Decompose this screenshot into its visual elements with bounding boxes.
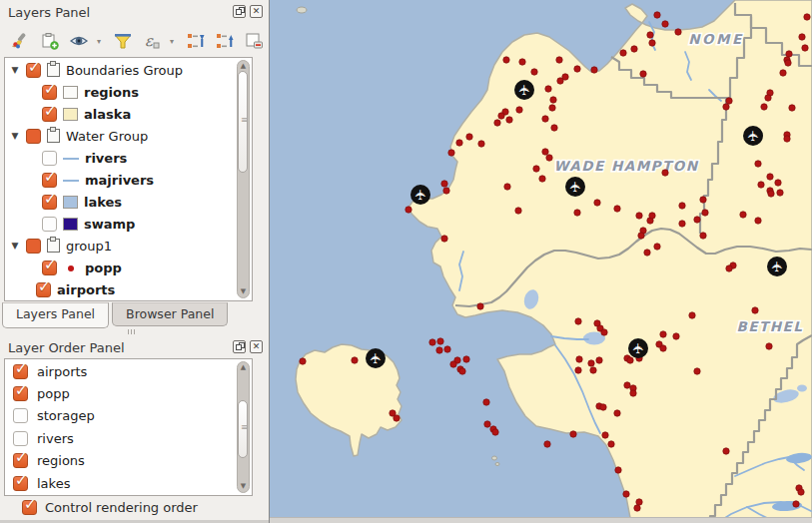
- order-visibility-checkbox[interactable]: [13, 364, 28, 379]
- scrollbar-thumb[interactable]: [238, 400, 248, 458]
- layer-label: Water Group: [66, 129, 148, 144]
- order-item-label: lakes: [37, 476, 70, 491]
- add-group-icon[interactable]: [39, 30, 61, 52]
- popp-point: [484, 421, 490, 427]
- popp-point: [556, 57, 562, 63]
- order-visibility-checkbox[interactable]: [13, 476, 28, 491]
- close-panel-icon[interactable]: ✕: [250, 340, 263, 353]
- tree-layer-alaska[interactable]: alaska: [5, 103, 252, 125]
- collapse-all-icon[interactable]: [185, 30, 207, 52]
- popp-point: [477, 303, 483, 309]
- layer-visibility-checkbox[interactable]: [42, 173, 57, 188]
- popp-point: [456, 140, 462, 146]
- tree-layer-airports[interactable]: airports: [5, 278, 252, 300]
- group-icon: [47, 63, 60, 77]
- order-item-regions[interactable]: regions: [5, 450, 252, 472]
- order-item-lakes[interactable]: lakes: [5, 472, 252, 494]
- popp-point: [588, 360, 594, 366]
- popp-point: [557, 78, 563, 84]
- expand-arrow-icon[interactable]: ▼: [10, 241, 20, 251]
- tree-layer-popp[interactable]: popp: [5, 257, 252, 278]
- popp-point: [575, 367, 581, 373]
- layer-order-scrollbar[interactable]: ▲ ▼: [237, 361, 250, 493]
- layer-visibility-checkbox[interactable]: [42, 261, 57, 275]
- scroll-down-icon[interactable]: ▼: [238, 482, 249, 491]
- region-label: NOME: [688, 31, 743, 47]
- popp-point: [649, 213, 655, 219]
- tree-group-water-group[interactable]: ▼Water Group: [5, 125, 252, 147]
- layer-visibility-checkbox[interactable]: [42, 85, 57, 100]
- tree-layer-lakes[interactable]: lakes: [5, 191, 252, 213]
- airplane-icon: ✈: [412, 189, 428, 201]
- popp-point: [463, 356, 469, 362]
- filter-expression-icon[interactable]: ε: [141, 30, 163, 52]
- popp-point: [627, 357, 633, 363]
- expression-dropdown-caret-icon[interactable]: ▾: [170, 37, 178, 46]
- popp-point: [614, 206, 620, 212]
- float-panel-icon[interactable]: [233, 340, 246, 353]
- layer-visibility-checkbox[interactable]: [42, 195, 57, 210]
- expand-arrow-icon[interactable]: ▼: [10, 65, 20, 75]
- order-item-storagep[interactable]: storagep: [5, 405, 252, 427]
- layer-visibility-checkbox[interactable]: [26, 239, 41, 254]
- order-item-airports[interactable]: airports: [5, 360, 252, 382]
- order-visibility-checkbox[interactable]: [13, 386, 28, 401]
- popp-point: [531, 69, 537, 75]
- popp-point: [542, 149, 548, 155]
- tab-browser-panel[interactable]: Browser Panel: [112, 302, 228, 326]
- tree-layer-regions[interactable]: regions: [5, 81, 252, 103]
- expand-all-icon[interactable]: [214, 30, 236, 52]
- popp-point: [623, 491, 629, 497]
- scroll-down-icon[interactable]: ▼: [238, 287, 249, 296]
- tree-group-group1[interactable]: ▼group1: [5, 235, 252, 257]
- layer-visibility-checkbox[interactable]: [42, 107, 57, 122]
- tree-layer-majrivers[interactable]: majrivers: [5, 169, 252, 191]
- line-symbol: [63, 152, 79, 165]
- layer-label: rivers: [85, 151, 127, 166]
- tree-layer-rivers[interactable]: rivers: [5, 147, 252, 169]
- map-canvas[interactable]: NOMEWADE HAMPTONBETHEL✈✈✈✈✈✈✈: [269, 0, 812, 523]
- scrollbar-thumb[interactable]: [238, 71, 248, 173]
- scroll-up-icon[interactable]: ▲: [238, 363, 249, 372]
- popp-point: [673, 333, 679, 339]
- layers-panel-title: Layers Panel: [8, 5, 90, 20]
- layer-visibility-checkbox[interactable]: [26, 129, 41, 144]
- layer-order-list: airportspoppstoragepriversregionslakes ▲…: [4, 358, 253, 496]
- layer-styling-brush-icon[interactable]: [10, 30, 32, 52]
- popp-point: [542, 116, 548, 122]
- layer-visibility-checkbox[interactable]: [36, 282, 51, 297]
- order-visibility-checkbox[interactable]: [13, 431, 28, 446]
- control-rendering-order-checkbox[interactable]: [22, 500, 37, 515]
- popp-point: [546, 155, 552, 161]
- close-panel-icon[interactable]: ✕: [250, 5, 263, 18]
- tree-layer-swamp[interactable]: swamp: [5, 213, 252, 235]
- layer-visibility-checkbox[interactable]: [42, 151, 57, 166]
- popp-point: [767, 174, 773, 180]
- float-panel-icon[interactable]: [233, 5, 246, 18]
- filter-legend-funnel-icon[interactable]: [112, 30, 134, 52]
- expand-arrow-icon[interactable]: ▼: [10, 131, 20, 141]
- splitter-grip[interactable]: [128, 329, 135, 334]
- remove-layer-icon[interactable]: [243, 30, 265, 52]
- layer-visibility-checkbox[interactable]: [42, 217, 57, 232]
- popp-point: [755, 161, 761, 167]
- tab-layers-panel[interactable]: Layers Panel: [2, 302, 109, 328]
- order-visibility-checkbox[interactable]: [13, 408, 28, 423]
- layer-tree-scrollbar[interactable]: ▲ ▼: [237, 60, 250, 298]
- popp-point: [444, 346, 450, 352]
- layer-visibility-checkbox[interactable]: [26, 63, 41, 78]
- islet: [297, 7, 307, 13]
- manage-visibility-eye-icon[interactable]: [68, 30, 90, 52]
- popp-point: [766, 343, 772, 349]
- popp-point: [765, 95, 771, 101]
- tree-group-boundaries-group[interactable]: ▼Boundaries Group: [5, 59, 252, 81]
- popp-point: [755, 218, 761, 224]
- order-item-popp[interactable]: popp: [5, 382, 252, 404]
- popp-point: [620, 50, 626, 56]
- visibility-dropdown-caret-icon[interactable]: ▾: [97, 37, 105, 46]
- airplane-icon: ✈: [630, 342, 646, 354]
- order-item-rivers[interactable]: rivers: [5, 427, 252, 449]
- order-visibility-checkbox[interactable]: [13, 453, 28, 468]
- popp-point: [574, 66, 580, 72]
- scroll-up-icon[interactable]: ▲: [238, 62, 249, 71]
